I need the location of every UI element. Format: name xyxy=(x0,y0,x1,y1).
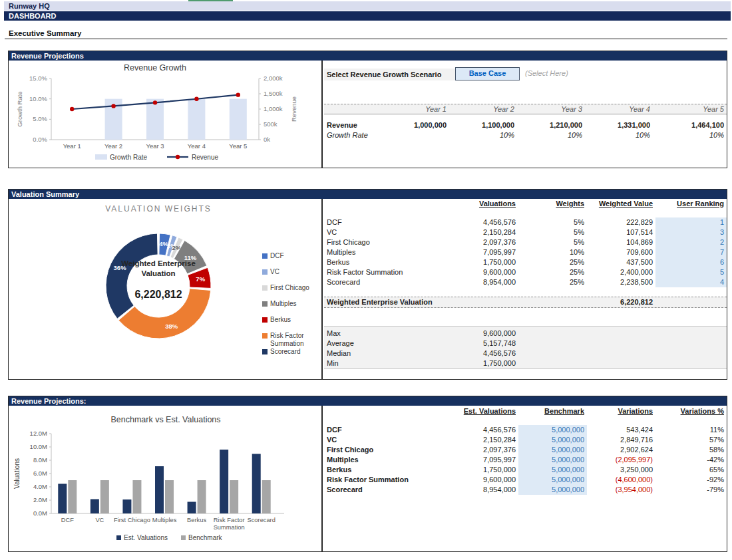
row-label: Growth Rate xyxy=(324,130,381,140)
valuation-stats: Max9,600,000Average5,157,748Median4,456,… xyxy=(324,326,727,369)
spacer xyxy=(587,339,655,349)
cell-valuation: 2,150,284 xyxy=(450,227,518,237)
est-valuation-bar xyxy=(252,454,261,513)
benchmark-bar xyxy=(132,480,141,513)
right-axis-tick-label: 0k xyxy=(264,136,270,143)
cell-est-valuation: 2,097,376 xyxy=(450,445,518,455)
cell-benchmark[interactable]: 5,000,000 xyxy=(518,485,587,495)
spacer xyxy=(518,358,587,368)
header-spacer xyxy=(324,406,450,416)
left-axis-title: Growth Rate xyxy=(16,91,23,126)
cell-valuation: 9,600,000 xyxy=(450,267,518,277)
stat-row: Median4,456,576 xyxy=(324,349,727,358)
table-row: Risk Factor Summation9,600,00025%2,400,0… xyxy=(324,267,727,277)
chart-title: VALUATION WEIGHTS xyxy=(105,204,212,213)
cell-benchmark[interactable]: 5,000,000 xyxy=(518,425,587,435)
category-label: Year 3 xyxy=(146,142,164,150)
cell-benchmark[interactable]: 5,000,000 xyxy=(518,455,587,465)
panel-divider xyxy=(321,406,323,551)
legend-swatch-vc xyxy=(262,269,268,275)
category-label: Year 5 xyxy=(229,142,247,150)
category-label: Summation xyxy=(214,524,245,531)
weighted-enterprise-value: 6,220,812 xyxy=(587,297,655,307)
cell-benchmark[interactable]: 5,000,000 xyxy=(518,435,587,445)
benchmark-table-body: DCF4,456,5765,000,000543,42411%VC2,150,2… xyxy=(324,425,727,495)
weighted-enterprise-row: Weighted Enterprise Valuation 6,220,812 xyxy=(324,297,727,308)
cell-benchmark[interactable]: 5,000,000 xyxy=(518,465,587,475)
y-axis-tick-label: 4.0M xyxy=(33,483,47,490)
col-header-valuations: Valuations xyxy=(450,199,518,209)
cell-weighted-value: 2,400,000 xyxy=(587,267,655,277)
cell-weight: 10% xyxy=(518,247,587,257)
stat-label: Average xyxy=(324,339,450,349)
legend-label-revenue: Revenue xyxy=(192,154,218,161)
valuation-summary-title: Valuation Summary xyxy=(9,190,727,199)
donut-slice-pct-label: 38% xyxy=(165,323,178,330)
category-label: Year 2 xyxy=(104,142,122,150)
cell-user-ranking[interactable]: 1 xyxy=(655,217,727,227)
cell-year-value: 1,000,000 xyxy=(381,120,449,130)
legend-marker-revenue xyxy=(176,155,180,159)
table-row: Risk Factor Summation9,600,0005,000,000(… xyxy=(324,475,727,485)
y-axis-tick-label: 6.0M xyxy=(33,470,47,477)
dashboard-nav-bar[interactable]: DASHBOARD xyxy=(4,11,731,21)
legend-label-benchmark: Benchmark xyxy=(188,534,223,541)
benchmark-bar xyxy=(230,480,238,513)
row-label: Scorecard xyxy=(324,485,450,495)
col-header-est-valuations: Est. Valuations xyxy=(450,406,518,416)
scenario-select-label: Select Revenue Growth Scenario xyxy=(324,69,455,80)
legend-label: Scorecard xyxy=(270,348,301,355)
table-row: Multiples7,095,9975,000,000(2,095,997)-4… xyxy=(324,455,727,465)
table-row: Scorecard8,954,00025%2,238,5004 xyxy=(324,277,727,287)
row-label: VC xyxy=(324,227,450,237)
cell-benchmark[interactable]: 5,000,000 xyxy=(518,445,587,455)
table-row: VC2,150,2845%107,5143 xyxy=(324,227,727,237)
cell-year-value: 10% xyxy=(449,130,517,140)
cell-year-value: 10% xyxy=(517,130,585,140)
cell-user-ranking[interactable]: 2 xyxy=(655,237,727,247)
benchmark-bar xyxy=(198,480,206,513)
spacer xyxy=(518,339,587,349)
cell-user-ranking[interactable]: 4 xyxy=(655,277,727,287)
scenario-dropdown[interactable]: Base Case xyxy=(455,67,520,80)
y-axis-tick-label: 10.0M xyxy=(30,443,47,450)
cell-user-ranking[interactable]: 5 xyxy=(655,267,727,277)
row-label: Scorecard xyxy=(324,277,450,287)
right-axis-tick-label: 2,000k xyxy=(264,74,283,82)
valuation-weights-donut: VALUATION WEIGHTS4%2%2%11%7%38%36%Weight… xyxy=(9,198,320,379)
cell-benchmark[interactable]: 5,000,000 xyxy=(518,475,587,485)
cell-weight: 25% xyxy=(518,257,587,267)
row-label: DCF xyxy=(324,217,450,227)
stat-label: Min xyxy=(324,358,450,368)
cell-weight: 5% xyxy=(518,227,587,237)
category-label: First Chicago xyxy=(114,517,150,523)
right-axis-title: Revenue xyxy=(290,96,297,122)
cell-user-ranking[interactable]: 7 xyxy=(655,247,727,257)
weighted-enterprise-label: Weighted Enterprise Valuation xyxy=(324,297,587,307)
cell-user-ranking[interactable]: 3 xyxy=(655,227,727,237)
legend-label: Risk Factor xyxy=(270,332,304,339)
revenue-table-body: Revenue1,000,0001,100,0001,210,0001,331,… xyxy=(324,120,727,140)
year-header-spacer xyxy=(324,104,381,114)
cell-weighted-value: 2,238,500 xyxy=(587,277,655,287)
benchmark-bar xyxy=(165,480,174,513)
donut-slice-pct-label: 7% xyxy=(196,275,205,283)
stat-row: Min1,750,000 xyxy=(324,358,727,368)
year-col-header: Year 3 xyxy=(517,104,585,114)
category-label: Scorecard xyxy=(248,517,275,523)
row-label: First Chicago xyxy=(324,237,450,247)
category-label: Year 1 xyxy=(63,142,81,150)
row-label: Multiples xyxy=(324,247,450,257)
col-header-variations-pct: Variations % xyxy=(655,406,727,416)
valuation-table-header: Valuations Weights Weighted Value User R… xyxy=(324,199,727,209)
cell-user-ranking[interactable]: 6 xyxy=(655,257,727,267)
benchmark-bar xyxy=(100,480,109,513)
legend-swatch-scorecard xyxy=(262,349,268,354)
cell-weighted-value: 222,829 xyxy=(587,217,655,227)
table-row: DCF4,456,5765%222,8291 xyxy=(324,217,727,227)
weighted-enterprise-spacer xyxy=(655,297,727,307)
y-axis-tick-label: 12.0M xyxy=(30,430,47,437)
cell-est-valuation: 4,456,576 xyxy=(450,425,518,435)
cell-variation-pct: 58% xyxy=(655,445,727,455)
legend-swatch-first-chicago xyxy=(262,285,268,291)
